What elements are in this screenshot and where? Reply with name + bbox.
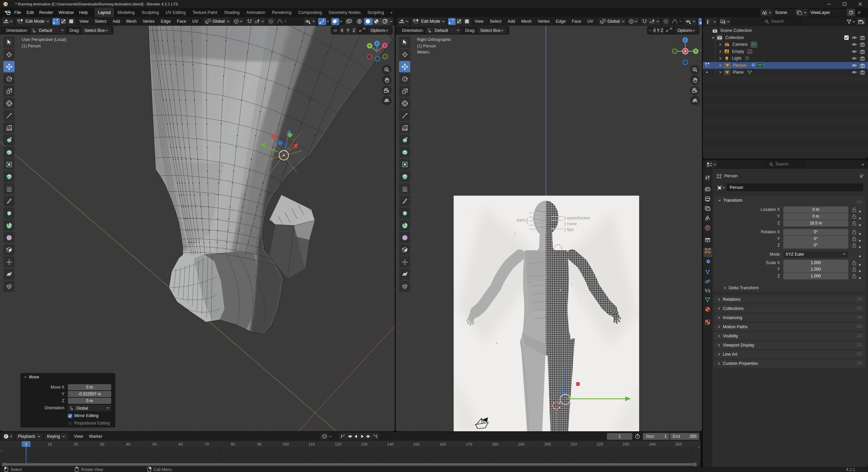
- svg-text:} eyes/brows: } eyes/brows: [564, 215, 590, 220]
- svg-text:Z: Z: [684, 38, 686, 42]
- svg-text:ears: ears: [517, 217, 526, 222]
- svg-text:X: X: [684, 50, 686, 53]
- svg-text:X: X: [384, 44, 386, 47]
- svg-text:} nose: } nose: [564, 221, 577, 226]
- svg-text:{: {: [526, 218, 528, 223]
- svg-text:Y: Y: [369, 44, 371, 47]
- svg-text:Y: Y: [695, 50, 697, 53]
- svg-text:} lips: } lips: [564, 227, 574, 232]
- svg-text:Z: Z: [376, 42, 378, 45]
